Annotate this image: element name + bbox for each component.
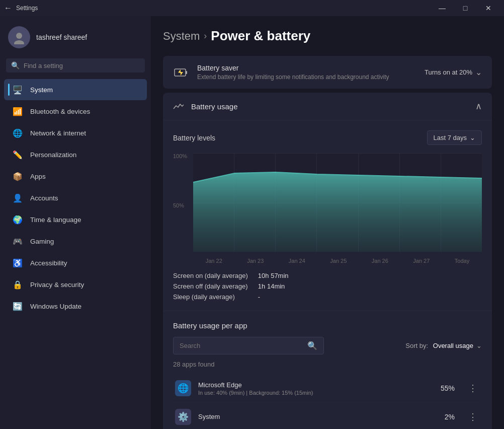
sidebar-item-label-system: System — [30, 86, 53, 94]
sidebar-item-label-bluetooth: Bluetooth & devices — [30, 108, 90, 115]
y-label-50: 50% — [173, 202, 191, 208]
sidebar-item-time[interactable]: 🌍Time & language — [4, 209, 147, 230]
sidebar-item-personalization[interactable]: ✏️Personalization — [4, 144, 147, 165]
sidebar-item-accounts[interactable]: 👤Accounts — [4, 187, 147, 208]
time-icon: 🌍 — [12, 214, 23, 225]
titlebar-title: Settings — [16, 5, 38, 12]
chart-x-labels: Jan 22 Jan 23 Jan 24 Jan 25 Jan 26 Jan 2… — [193, 258, 482, 264]
sidebar-item-label-network: Network & internet — [30, 129, 86, 137]
breadcrumb-parent[interactable]: System — [163, 30, 200, 43]
sort-label: Sort by: — [405, 342, 430, 349]
main-content: System › Power & battery Battery saver E… — [151, 16, 504, 429]
collapse-icon[interactable]: ∧ — [475, 101, 482, 112]
search-icon: 🔍 — [11, 61, 20, 69]
sidebar-item-label-gaming: Gaming — [30, 238, 54, 245]
sidebar-item-label-personalization: Personalization — [30, 151, 76, 159]
search-box[interactable]: 🔍 — [6, 58, 145, 73]
sidebar-item-update[interactable]: 🔄Windows Update — [4, 296, 147, 317]
user-section: tashreef shareef — [0, 16, 151, 56]
chevron-down-icon[interactable]: ⌄ — [475, 67, 482, 77]
x-label-7: Today — [455, 258, 469, 264]
svg-rect-3 — [186, 71, 187, 74]
chart-y-labels: 100% 50% — [173, 153, 191, 264]
svg-point-0 — [16, 33, 22, 39]
sidebar-item-bluetooth[interactable]: 📶Bluetooth & devices — [4, 101, 147, 122]
app-search-input[interactable] — [180, 342, 303, 349]
sidebar: tashreef shareef 🔍 🖥️System📶Bluetooth & … — [0, 16, 151, 429]
battery-chart: 100% 50% — [173, 153, 482, 264]
sidebar-item-accessibility[interactable]: ♿Accessibility — [4, 252, 147, 273]
page-title: Power & battery — [211, 28, 310, 44]
app-detail-edge: In use: 40% (9min) | Background: 15% (15… — [198, 390, 434, 396]
sidebar-item-system[interactable]: 🖥️System — [4, 79, 147, 100]
titlebar-left: ← Settings — [4, 4, 38, 13]
battery-saver-status: Turns on at 20% ⌄ — [425, 67, 482, 77]
battery-saver-row: Battery saver Extend battery life by lim… — [163, 56, 492, 89]
maximize-button[interactable]: □ — [454, 0, 477, 16]
battery-usage-card: Battery usage ∧ Battery levels Last 7 da… — [163, 93, 492, 429]
stat-label-screen-on: Screen on (daily average) — [173, 272, 248, 279]
sidebar-item-label-update: Windows Update — [30, 303, 81, 310]
titlebar-controls: — □ ✕ — [431, 0, 500, 16]
minimize-button[interactable]: — — [431, 0, 454, 16]
network-icon: 🌐 — [12, 127, 23, 138]
chart-svg — [193, 153, 482, 252]
accessibility-icon: ♿ — [12, 257, 23, 268]
svg-marker-4 — [193, 172, 482, 252]
privacy-icon: 🔒 — [12, 279, 23, 290]
chart-title: Battery levels — [173, 134, 215, 142]
sidebar-item-label-accessibility: Accessibility — [30, 259, 67, 267]
sidebar-item-privacy[interactable]: 🔒Privacy & security — [4, 274, 147, 295]
sort-value: Overall usage — [433, 342, 473, 349]
back-icon[interactable]: ← — [4, 4, 12, 13]
user-name: tashreef shareef — [36, 33, 87, 41]
app-info-edge: Microsoft Edge In use: 40% (9min) | Back… — [198, 381, 434, 396]
x-label-4: Jan 25 — [330, 258, 347, 264]
apps-count: 28 apps found — [173, 361, 482, 368]
personalization-icon: ✏️ — [12, 149, 23, 160]
app-info-system: System — [198, 413, 438, 421]
breadcrumb: System › Power & battery — [163, 28, 492, 44]
x-label-3: Jan 24 — [289, 258, 305, 264]
usage-controls: 🔍 Sort by: Overall usage ⌄ — [173, 337, 482, 354]
time-range-label: Last 7 days — [434, 134, 467, 141]
search-input[interactable] — [24, 62, 140, 69]
battery-usage-content: Battery levels Last 7 days ⌄ 100% 50% — [163, 120, 492, 311]
chart-header: Battery levels Last 7 days ⌄ — [173, 130, 482, 145]
app-icon-system: ⚙️ — [175, 409, 191, 425]
titlebar: ← Settings — □ ✕ — [0, 0, 504, 16]
system-icon: 🖥️ — [12, 84, 23, 95]
x-label-1: Jan 22 — [206, 258, 222, 264]
sidebar-item-label-apps: Apps — [30, 173, 46, 180]
app-row-system: ⚙️ System 2% ⋮ — [173, 403, 482, 429]
sidebar-item-gaming[interactable]: 🎮Gaming — [4, 231, 147, 252]
battery-saver-card: Battery saver Extend battery life by lim… — [163, 56, 492, 89]
apps-icon: 📦 — [12, 171, 23, 182]
sidebar-item-apps[interactable]: 📦Apps — [4, 166, 147, 187]
app-icon-edge: 🌐 — [175, 380, 191, 396]
gaming-icon: 🎮 — [12, 236, 23, 247]
battery-usage-header[interactable]: Battery usage ∧ — [163, 93, 492, 120]
sidebar-item-label-accounts: Accounts — [30, 194, 58, 202]
sidebar-item-label-privacy: Privacy & security — [30, 281, 84, 289]
battery-saver-title: Battery saver — [197, 64, 416, 72]
battery-per-app-title: Battery usage per app — [173, 321, 482, 330]
app-row-edge: 🌐 Microsoft Edge In use: 40% (9min) | Ba… — [173, 374, 482, 403]
sidebar-item-network[interactable]: 🌐Network & internet — [4, 122, 147, 144]
avatar — [8, 26, 30, 48]
x-label-5: Jan 26 — [372, 258, 388, 264]
nav-container: 🖥️System📶Bluetooth & devices🌐Network & i… — [0, 79, 151, 317]
battery-saver-status-text: Turns on at 20% — [425, 68, 472, 76]
app-usage-system: 2% — [445, 413, 455, 421]
app-search-box[interactable]: 🔍 — [173, 337, 324, 354]
sort-chevron-icon: ⌄ — [476, 342, 482, 349]
stat-label-screen-off: Screen off (daily average) — [173, 282, 248, 290]
more-options-system[interactable]: ⋮ — [466, 410, 480, 424]
app-name-edge: Microsoft Edge — [198, 381, 434, 389]
time-range-dropdown[interactable]: Last 7 days ⌄ — [427, 130, 482, 145]
more-options-edge[interactable]: ⋮ — [466, 381, 480, 395]
close-button[interactable]: ✕ — [477, 0, 500, 16]
breadcrumb-separator: › — [204, 31, 207, 41]
sort-button[interactable]: Sort by: Overall usage ⌄ — [405, 342, 482, 349]
app-body: tashreef shareef 🔍 🖥️System📶Bluetooth & … — [0, 16, 504, 429]
